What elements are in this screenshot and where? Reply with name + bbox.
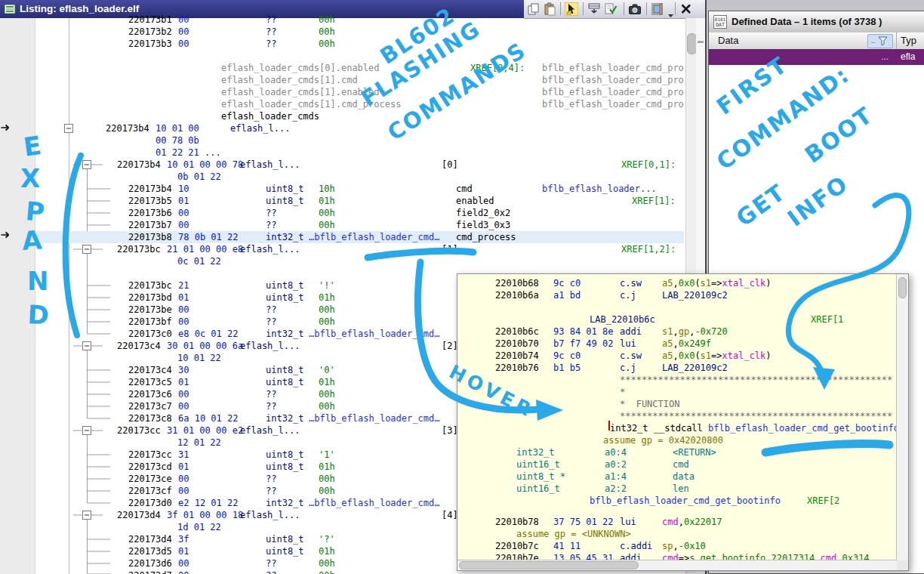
- row-segment: uint8_t *: [516, 471, 565, 483]
- listing-row[interactable]: uint8_t *a1:4data: [457, 471, 897, 483]
- listing-row[interactable]: assume gp = 0x42020800: [457, 434, 897, 446]
- listing-row[interactable]: LAB_22010b6cXREF[1: [457, 313, 897, 326]
- text-segment: ): [765, 350, 771, 361]
- text-segment: 41 11: [553, 541, 581, 551]
- listing-row[interactable]: 22010b6c93 84 01 8eaddis1,gp,-0x720: [457, 326, 897, 338]
- listing-row[interactable]: 220173b410uint8_t10hcmdbflb_eflash_loade…: [0, 183, 705, 195]
- row-segment: …bflb_eflash_loader_cmd…: [309, 328, 439, 340]
- listing-row[interactable]: 22010b7837 75 01 22luicmd,0x22017: [457, 516, 897, 528]
- listing-row[interactable]: 22010b7c41 11c.addisp,-0x10: [457, 540, 897, 552]
- sort-filter-icon[interactable]: ..: [867, 34, 893, 48]
- text-segment: 00h: [319, 474, 335, 484]
- row-segment: 220173b2: [128, 26, 172, 38]
- text-segment: 0x249f: [679, 338, 711, 349]
- text-segment: 01: [178, 292, 189, 303]
- text-segment: eflash_l...: [240, 425, 300, 436]
- text-segment: assume gp = 0x42020800: [603, 435, 723, 446]
- listing-row[interactable]: eflash_loader_cmds[1].cmdbflb_eflash_loa…: [0, 74, 705, 86]
- row-segment: eflash_loader_cmds[1].cmd: [221, 74, 358, 86]
- text-segment: s1: [701, 278, 711, 289]
- text-segment: ??: [266, 474, 276, 484]
- row-segment: eflash_l...: [240, 243, 300, 255]
- row-segment: 0b 01 22: [177, 171, 221, 183]
- scrollbar-thumb[interactable]: [459, 561, 639, 569]
- listing-row[interactable]: uint16_ta2:2len: [457, 483, 897, 495]
- text-segment: eflash_loader_cmds[0].enabled: [221, 63, 380, 73]
- text-segment: 00: [178, 208, 189, 218]
- text-segment: b7 f7 49 02: [553, 338, 613, 349]
- listing-row[interactable]: eflash_loader_cmds: [0, 110, 705, 122]
- listing-row[interactable]: 0c 01 22: [0, 255, 705, 267]
- listing-row[interactable]: 220173b600??00hfield2_0x2: [0, 207, 705, 219]
- listing-row[interactable]: ****************************************…: [457, 410, 897, 422]
- text-segment: XREF[1,2]:: [621, 244, 676, 255]
- popup-vscrollbar[interactable]: [896, 274, 908, 560]
- text-segment: 220173b3: [128, 39, 172, 49]
- column-data[interactable]: Data: [718, 35, 738, 46]
- listing-row[interactable]: 220173bc21 01 00 00 e8eflash_l...[1]XREF…: [0, 243, 705, 255]
- row-segment: 00h: [319, 207, 335, 219]
- text-segment: xtal_clk: [722, 350, 766, 361]
- row-segment: 22010b78: [495, 516, 539, 528]
- row-segment: 22010b6c: [495, 326, 539, 338]
- cell-type: efla: [901, 51, 915, 62]
- listing-row[interactable]: 220173b200??00h: [0, 26, 705, 38]
- row-segment: 220173b4: [117, 159, 161, 171]
- listing-row[interactable]: assume gp = <UNKNOWN>: [457, 528, 897, 540]
- listing-row[interactable]: int32_t __stdcall bflb_eflash_loader_cmd…: [457, 422, 897, 434]
- text-segment: ): [765, 278, 771, 289]
- listing-row[interactable]: 00 78 0b: [0, 134, 705, 147]
- text-segment: uint8_t: [266, 534, 304, 545]
- row-segment: 00: [178, 473, 189, 485]
- listing-row[interactable]: 22010b689c c0c.swa5,0x0(s1=>xtal_clk): [457, 277, 897, 289]
- listing-row[interactable]: * FUNCTION: [457, 398, 897, 410]
- listing-row[interactable]: int32_ta0:4<RETURN>: [457, 446, 897, 458]
- text-segment: <RETURN>: [673, 447, 716, 458]
- selected-data-row[interactable]: ... efla: [709, 49, 924, 65]
- column-type[interactable]: Typ: [901, 35, 916, 46]
- listing-row[interactable]: eflash_loader_cmds[1].enabledbflb_eflash…: [0, 86, 705, 98]
- listing-row[interactable]: 22010b70b7 f7 49 02luia5,0x249f: [457, 338, 897, 350]
- popup-hscrollbar[interactable]: [457, 560, 897, 570]
- listing-row[interactable]: 220173b700??00hfield3_0x3: [0, 219, 705, 231]
- listing-row[interactable]: uint16_ta0:2cmd: [457, 458, 897, 471]
- row-segment: lui: [620, 338, 636, 350]
- listing-row[interactable]: eflash_loader_cmds[0].enabledXREF[0,4]:b…: [0, 62, 705, 74]
- listing-row[interactable]: 22010b6aa1 bdc.jLAB_220109c2: [457, 289, 897, 301]
- column-divider[interactable]: [896, 32, 897, 49]
- row-segment: ??: [266, 207, 276, 219]
- scrollbar-thumb[interactable]: [898, 277, 907, 298]
- overview-mark: [698, 41, 704, 43]
- listing-row[interactable]: bflb_eflash_loader_cmd_get_bootinfoXREF[…: [457, 495, 897, 507]
- listing-row[interactable]: ****************************************…: [457, 374, 897, 386]
- text-segment: ??: [266, 570, 276, 574]
- listing-row[interactable]: 01 22 21 ...: [0, 147, 705, 159]
- text-cursor: [608, 421, 610, 430]
- row-segment: [0]: [442, 159, 458, 171]
- listing-row[interactable]: 22010b749c c0c.swa5,0x0(s1=>xtal_clk): [457, 350, 897, 362]
- text-segment: 01h: [319, 196, 335, 206]
- text-segment: uint8_t: [266, 184, 304, 194]
- text-segment: 00h: [319, 39, 335, 49]
- listing-row[interactable]: *: [457, 386, 897, 398]
- row-segment: 01h: [319, 545, 335, 557]
- listing-row[interactable]: 220173b300??00h: [0, 38, 705, 50]
- listing-row[interactable]: 220173b501uint8_t01henabledXREF[1]:: [0, 195, 705, 207]
- text-segment: 30 01 00 00 6a: [167, 341, 243, 351]
- listing-row[interactable]: 0b 01 22: [0, 171, 705, 183]
- row-segment: …bflb_eflash_loader_cmd…: [309, 412, 439, 424]
- row-segment: 00: [178, 388, 189, 400]
- listing-row[interactable]: 220173b100??00h: [0, 14, 705, 26]
- row-segment: a5,0x249f: [662, 338, 711, 350]
- disassembly-hover-popup: 22010b689c c0c.swa5,0x0(s1=>xtal_clk)220…: [457, 273, 909, 571]
- listing-row[interactable]: eflash_loader_cmds[1].cmd_processbflb_ef…: [0, 98, 705, 110]
- listing-row[interactable]: 22010b76b1 b5c.jLAB_220109c2: [457, 362, 897, 374]
- current-line-row[interactable]: 220173b878 0b 01 22int32_t…bflb_eflash_l…: [0, 231, 705, 243]
- row-segment: 00: [178, 316, 189, 328]
- row-segment: a5,0x0(s1=>xtal_clk): [662, 350, 772, 362]
- row-segment: uint8_t: [266, 279, 304, 292]
- listing-row[interactable]: 220173b410 01 00eflash_l...: [0, 122, 705, 134]
- listing-row[interactable]: 220173b410 01 00 00 78eflash_l...[0]XREF…: [0, 159, 705, 171]
- text-segment: 220173d4: [128, 534, 172, 545]
- text-segment: 3f: [178, 534, 189, 545]
